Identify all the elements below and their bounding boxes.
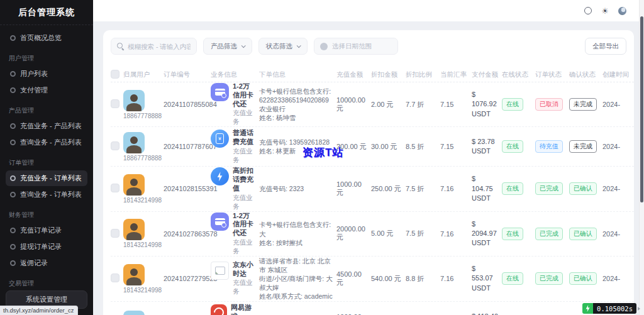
online-status-badge: 在线 <box>502 272 523 285</box>
top-header: ☀ <box>93 0 644 21</box>
menu-item-icon <box>10 244 16 250</box>
sidebar-item-user-list[interactable]: 用户列表 <box>6 66 87 82</box>
recharge-amount: 1000.00 元 <box>336 180 371 197</box>
sidebar-item-query-products[interactable]: 查询业务 - 产品列表 <box>6 135 87 150</box>
light-theme-icon[interactable]: ☀ <box>601 7 609 15</box>
page-load-timer: 0.105002s <box>582 303 640 314</box>
order-info: 卡号+银行信息包含支行: 大姓名: 按时擦拭 <box>259 220 336 247</box>
sidebar-item-rebate-records[interactable]: 返佣记录 <box>6 255 87 271</box>
app-title: 后台管理系统 <box>0 0 93 25</box>
exchange-rate: 7.15 <box>440 101 472 108</box>
order-status-badge: 已取消 <box>535 98 563 111</box>
sidebar-item-label: 返佣记录 <box>20 258 48 268</box>
export-all-button[interactable]: 全部导出 <box>585 38 626 55</box>
window-scrollbar[interactable] <box>639 0 644 315</box>
recharge-amount: 4500.00 元 <box>336 270 371 287</box>
col-ratio: 折扣比例 <box>406 70 440 79</box>
chevron-down-icon <box>297 43 301 48</box>
refresh-icon[interactable] <box>584 7 592 14</box>
row-checkbox[interactable] <box>111 184 119 192</box>
sidebar: 后台管理系统 首页概况总览 用户管理 用户列表 支付管理 产品管理 充值业务 -… <box>0 0 93 315</box>
product-filter-dropdown[interactable]: 产品筛选 <box>203 38 252 55</box>
date-range-picker[interactable]: 选择日期范围 <box>314 38 398 55</box>
online-status-badge: 在线 <box>502 98 523 111</box>
search-box[interactable] <box>111 38 197 55</box>
discount-amount: 5.00 元 <box>371 229 406 238</box>
pay-amount: $ 118.40USDT <box>472 312 502 315</box>
order-number: 20241107855084 <box>164 101 211 108</box>
sidebar-item-label: 充值业务 - 产品列表 <box>20 121 82 131</box>
sidebar-item-home[interactable]: 首页概况总览 <box>6 30 87 46</box>
sidebar-item-withdraw-records[interactable]: 提现订单记录 <box>6 239 87 255</box>
col-order-info: 下单信息 <box>259 70 336 79</box>
avatar[interactable] <box>123 311 145 315</box>
avatar[interactable] <box>123 264 145 285</box>
discount-ratio: 7.5 折 <box>406 229 440 238</box>
orders-panel: 产品筛选 状态筛选 选择日期范围 全部导出 归属用户 订单编号 业务信息 下单信… <box>103 30 634 315</box>
collapse-arrow-icon[interactable] <box>638 307 640 311</box>
product-filter-label: 产品筛选 <box>211 42 237 51</box>
order-info: 请选择省市县: 北京 北京市 东城区街道/小区/商场门牌号: 大叔大婶姓名/联系… <box>259 257 336 301</box>
create-time: 2024- <box>602 143 634 150</box>
row-checkbox[interactable] <box>111 99 119 108</box>
discount-ratio: 7.5 折 <box>406 184 440 194</box>
select-all-checkbox[interactable] <box>111 70 119 79</box>
business-title: 1-2万信用卡代还 <box>233 212 255 238</box>
sidebar-item-label: 充值业务 - 订单列表 <box>20 174 82 183</box>
user-phone: 18867778888 <box>123 155 162 162</box>
create-time: 2024- <box>602 185 634 192</box>
avatar[interactable] <box>123 174 145 196</box>
recharge-amount: 10000.00 元 <box>336 96 371 113</box>
create-time: 2024- <box>602 101 634 108</box>
dark-theme-icon[interactable] <box>618 7 626 15</box>
sidebar-item-recharge-products[interactable]: 充值业务 - 产品列表 <box>6 118 87 134</box>
sidebar-item-label: 用户列表 <box>20 69 48 79</box>
online-status-badge: 在线 <box>502 140 523 153</box>
status-filter-dropdown[interactable]: 状态筛选 <box>258 38 308 55</box>
avatar[interactable] <box>123 90 145 111</box>
sidebar-item-recharge-records[interactable]: 充值订单记录 <box>6 223 87 238</box>
sidebar-item-payment[interactable]: 支付管理 <box>6 82 87 98</box>
row-checkbox[interactable] <box>111 229 119 238</box>
chevron-down-icon <box>242 43 246 48</box>
table-row: 18867778888 20241107787607 普通话费充值充值业务 充值… <box>111 127 634 167</box>
discount-amount: 30.00 元 <box>371 142 406 152</box>
order-status-badge: 已完成 <box>535 182 563 195</box>
credit-card-icon <box>211 213 229 231</box>
discount-ratio: 7.7 折 <box>406 100 440 109</box>
pay-amount: $ 23.78USDT <box>472 137 502 157</box>
menu-item-icon <box>10 87 16 93</box>
order-number: 20241027863578 <box>164 230 211 238</box>
discount-amount: 250.00 元 <box>371 184 406 194</box>
pay-amount: $ 553.07USDT <box>472 264 502 293</box>
row-checkbox[interactable] <box>111 141 119 150</box>
exchange-rate: 7.16 <box>440 275 472 282</box>
table-row: 18143214998 20241027863578 1-2万信用卡代还充值业务… <box>111 212 634 257</box>
order-status-badge: 已完成 <box>535 272 563 285</box>
menu-item-icon <box>10 175 16 181</box>
row-checkbox[interactable] <box>111 274 119 282</box>
order-status-badge: 待充值 <box>535 140 563 153</box>
menu-item-icon <box>10 71 16 77</box>
table-row: 18867778888 20241107855084 1-2万信用卡代还充值业务… <box>111 82 634 127</box>
confirm-status-badge: 未完成 <box>569 140 597 153</box>
avatar[interactable] <box>123 219 145 240</box>
sidebar-item-recharge-orders[interactable]: 充值业务 - 订单列表 <box>6 170 87 186</box>
col-order-no: 订单编号 <box>164 70 211 79</box>
avatar[interactable] <box>123 132 145 153</box>
credit-card-icon <box>211 83 229 101</box>
business-category: 充值业务 <box>233 194 255 211</box>
discount-ratio: 8.5 折 <box>406 142 440 152</box>
discount-ratio: 8.8 折 <box>406 274 440 284</box>
search-input[interactable] <box>128 43 191 50</box>
scrollbar-thumb[interactable] <box>640 16 643 202</box>
business-category: 充值业务 <box>233 147 255 165</box>
confirm-status-badge: 已确认 <box>569 182 597 195</box>
create-time: 2024- <box>602 275 634 282</box>
sidebar-item-query-orders[interactable]: 查询业务 - 订单列表 <box>6 187 87 202</box>
col-business: 业务信息 <box>211 70 259 79</box>
order-info: 充值号码: 2323 <box>259 184 336 193</box>
sidebar-item-label: 查询业务 - 产品列表 <box>20 138 82 147</box>
col-time: 创建时间 <box>602 70 634 79</box>
col-user: 归属用户 <box>123 70 164 79</box>
